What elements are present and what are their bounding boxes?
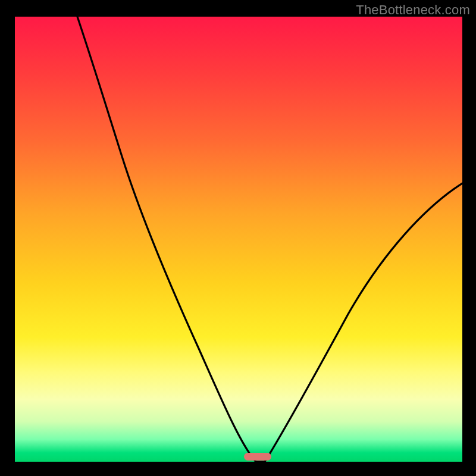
bottleneck-curve-path [77,17,462,462]
optimal-point-marker [244,453,271,461]
plot-area [15,17,462,462]
chart-frame: TheBottleneck.com [0,0,476,476]
bottleneck-curve [15,17,462,462]
watermark-text: TheBottleneck.com [356,2,470,18]
